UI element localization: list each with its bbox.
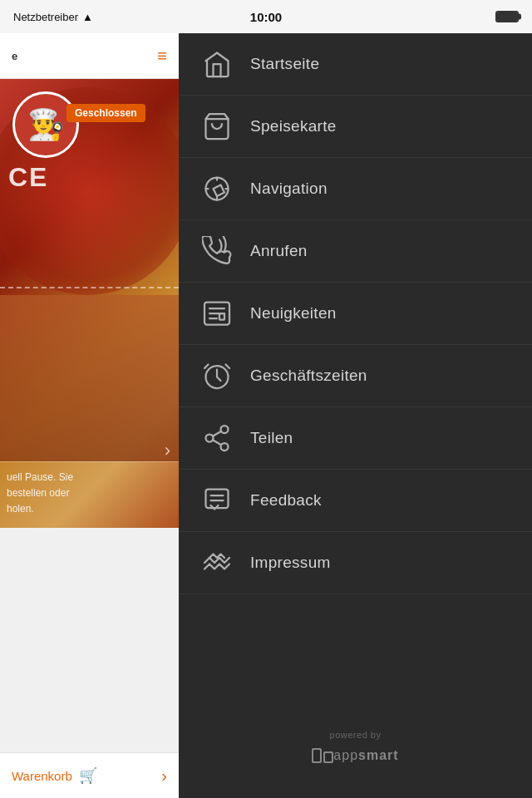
slide-arrow: › [165,440,170,461]
nav-label-navigation: Navigation [250,180,328,198]
nav-item-feedback[interactable]: Feedback [179,470,532,532]
nav-item-anrufen[interactable]: Anrufen [179,220,532,283]
appsmart-icon-svg [312,746,333,765]
svg-rect-17 [313,750,320,761]
chef-logo: 👨‍🍳 [12,91,79,158]
svg-rect-19 [325,753,332,761]
nav-footer: powered by appsmart [179,705,532,798]
svg-rect-6 [219,313,224,320]
nav-item-impressum[interactable]: Impressum [179,532,532,594]
appsmart-logo: appsmart [312,746,398,765]
svg-rect-13 [206,490,229,509]
svg-line-11 [213,440,221,445]
home-icon [199,46,235,82]
nav-label-teilen: Teilen [250,429,293,447]
ce-text: CE [8,162,48,193]
pause-line3: holen. [7,503,34,515]
nav-drawer: Startseite Speisekarte Navigation Anruf [179,33,532,798]
app-header: e ≡ [0,33,179,79]
bottom-bar[interactable]: Warenkorb 🛒 › [0,752,179,798]
cart-icon: 🛒 [79,766,97,785]
nav-label-anrufen: Anrufen [250,242,308,260]
svg-line-12 [213,431,221,436]
pause-line1: uell Pause. Sie [7,471,73,483]
nav-label-speisekarte: Speisekarte [250,117,337,135]
nav-label-geschaeftszeiten: Geschäftszeiten [250,367,367,385]
app-title: e [12,50,17,62]
status-bar: Netzbetreiber ▲ 10:00 [0,0,532,33]
cart-menu-icon [199,108,235,145]
status-time: 10:00 [250,10,282,24]
geschlossen-badge: Geschlossen [66,104,145,122]
pause-line2: bestellen oder [7,487,69,499]
left-panel: e ≡ 👨‍🍳 Geschlossen CE uell Pause. Sie b… [0,33,179,798]
battery-info [495,11,519,22]
phone-icon [199,233,235,269]
feedback-icon [199,482,235,519]
nav-label-feedback: Feedback [250,491,322,510]
navigation-icon [199,170,235,207]
powered-by-label: powered by [330,730,382,740]
nav-item-teilen[interactable]: Teilen [179,407,532,470]
nav-label-startseite: Startseite [250,55,319,73]
svg-point-10 [221,443,229,451]
carrier-name: Netzbetreiber [13,11,78,23]
appsmart-text: appsmart [333,748,398,763]
svg-point-8 [221,426,229,433]
dashed-divider [0,287,179,288]
nav-item-speisekarte[interactable]: Speisekarte [179,96,532,158]
food-image-area: 👨‍🍳 Geschlossen CE uell Pause. Sie beste… [0,79,179,528]
hamburger-button[interactable]: ≡ [157,47,167,64]
carrier-info: Netzbetreiber ▲ [13,11,93,23]
solid-divider [0,461,179,462]
pause-text: uell Pause. Sie bestellen oder holen. [7,470,173,518]
svg-point-9 [206,435,214,442]
nav-item-navigation[interactable]: Navigation [179,158,532,220]
clock-icon [199,357,235,394]
share-icon [199,420,235,456]
warenkorb-label: Warenkorb [12,769,72,783]
food-items-bg [0,295,179,461]
nav-item-neuigkeiten[interactable]: Neuigkeiten [179,283,532,345]
wifi-icon: ▲ [82,11,93,23]
nav-label-neuigkeiten: Neuigkeiten [250,304,337,323]
bottom-arrow[interactable]: › [161,766,167,786]
nav-label-impressum: Impressum [250,554,331,572]
newspaper-icon [199,295,235,332]
nav-item-startseite[interactable]: Startseite [179,33,532,96]
handshake-icon [199,544,235,581]
battery-icon [495,11,519,22]
nav-item-geschaeftszeiten[interactable]: Geschäftszeiten [179,345,532,407]
